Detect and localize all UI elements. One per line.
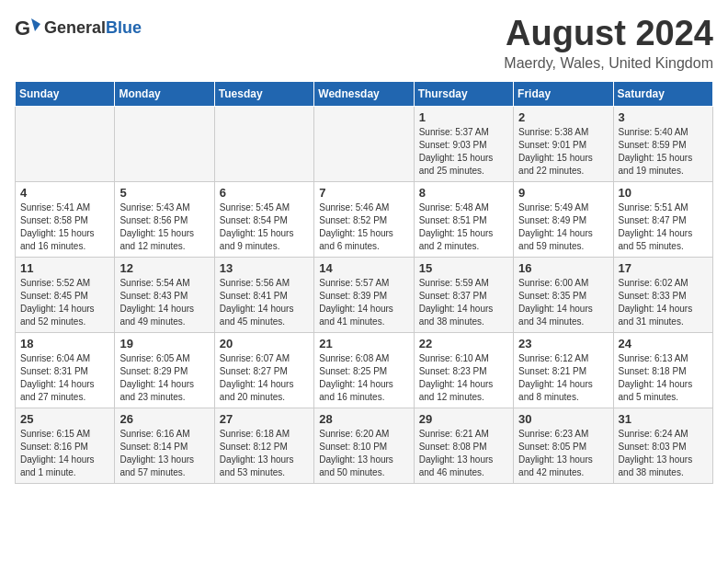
calendar-cell: 16Sunrise: 6:00 AM Sunset: 8:35 PM Dayli…: [514, 257, 613, 332]
day-info: Sunrise: 6:24 AM Sunset: 8:03 PM Dayligh…: [619, 428, 708, 479]
calendar-cell: 13Sunrise: 5:56 AM Sunset: 8:41 PM Dayli…: [214, 257, 313, 332]
day-info: Sunrise: 6:21 AM Sunset: 8:08 PM Dayligh…: [419, 428, 508, 479]
header-wednesday: Wednesday: [314, 81, 414, 106]
day-number: 10: [619, 186, 708, 200]
day-number: 31: [619, 412, 708, 426]
day-number: 22: [419, 337, 508, 350]
calendar-cell: 5Sunrise: 5:43 AM Sunset: 8:56 PM Daylig…: [115, 181, 214, 257]
calendar-cell: 20Sunrise: 6:07 AM Sunset: 8:27 PM Dayli…: [214, 332, 313, 408]
title-block: August 2024 Maerdy, Wales, United Kingdo…: [504, 15, 713, 72]
day-info: Sunrise: 6:20 AM Sunset: 8:10 PM Dayligh…: [319, 428, 408, 479]
day-info: Sunrise: 6:13 AM Sunset: 8:18 PM Dayligh…: [619, 352, 708, 404]
svg-marker-1: [31, 18, 40, 31]
day-info: Sunrise: 5:45 AM Sunset: 8:54 PM Dayligh…: [220, 201, 309, 253]
logo: G GeneralBlue: [15, 15, 142, 40]
day-number: 6: [220, 186, 309, 200]
calendar-cell: 11Sunrise: 5:52 AM Sunset: 8:45 PM Dayli…: [16, 257, 115, 332]
calendar-cell: [16, 106, 115, 181]
day-number: 16: [518, 261, 608, 275]
calendar-cell: 1Sunrise: 5:37 AM Sunset: 9:03 PM Daylig…: [414, 106, 513, 181]
day-info: Sunrise: 6:05 AM Sunset: 8:29 PM Dayligh…: [119, 352, 209, 404]
day-number: 19: [119, 337, 209, 350]
calendar-cell: 23Sunrise: 6:12 AM Sunset: 8:21 PM Dayli…: [514, 332, 613, 408]
day-number: 14: [319, 261, 408, 275]
day-info: Sunrise: 6:15 AM Sunset: 8:16 PM Dayligh…: [20, 428, 109, 479]
day-number: 3: [619, 110, 708, 124]
header-sunday: Sunday: [16, 81, 115, 106]
svg-text:G: G: [15, 17, 30, 40]
day-info: Sunrise: 5:46 AM Sunset: 8:52 PM Dayligh…: [319, 201, 408, 253]
day-number: 23: [518, 337, 608, 350]
calendar-cell: 17Sunrise: 6:02 AM Sunset: 8:33 PM Dayli…: [613, 257, 712, 332]
day-number: 17: [619, 261, 708, 275]
day-number: 11: [20, 261, 109, 275]
calendar-week-2: 4Sunrise: 5:41 AM Sunset: 8:58 PM Daylig…: [16, 181, 713, 257]
header-saturday: Saturday: [613, 81, 712, 106]
day-info: Sunrise: 5:38 AM Sunset: 9:01 PM Dayligh…: [518, 126, 608, 178]
day-number: 25: [20, 412, 109, 426]
day-number: 5: [119, 186, 209, 200]
day-info: Sunrise: 5:59 AM Sunset: 8:37 PM Dayligh…: [419, 277, 508, 328]
day-info: Sunrise: 5:54 AM Sunset: 8:43 PM Dayligh…: [119, 277, 209, 328]
day-number: 21: [319, 337, 408, 350]
day-info: Sunrise: 5:52 AM Sunset: 8:45 PM Dayligh…: [20, 277, 109, 328]
calendar-cell: 7Sunrise: 5:46 AM Sunset: 8:52 PM Daylig…: [314, 181, 414, 257]
logo-icon: G: [15, 15, 40, 40]
day-info: Sunrise: 5:51 AM Sunset: 8:47 PM Dayligh…: [619, 201, 708, 253]
day-info: Sunrise: 6:04 AM Sunset: 8:31 PM Dayligh…: [20, 352, 109, 404]
day-info: Sunrise: 5:56 AM Sunset: 8:41 PM Dayligh…: [220, 277, 309, 328]
calendar-cell: 8Sunrise: 5:48 AM Sunset: 8:51 PM Daylig…: [414, 181, 513, 257]
day-number: 18: [20, 337, 109, 350]
day-number: 30: [518, 412, 608, 426]
calendar-cell: 6Sunrise: 5:45 AM Sunset: 8:54 PM Daylig…: [214, 181, 313, 257]
day-number: 2: [518, 110, 608, 124]
day-number: 1: [419, 110, 508, 124]
day-number: 4: [20, 186, 109, 200]
calendar-week-1: 1Sunrise: 5:37 AM Sunset: 9:03 PM Daylig…: [16, 106, 713, 181]
day-number: 29: [419, 412, 508, 426]
calendar-week-4: 18Sunrise: 6:04 AM Sunset: 8:31 PM Dayli…: [16, 332, 713, 408]
day-number: 13: [220, 261, 309, 275]
day-number: 12: [119, 261, 209, 275]
logo-text-general: General: [44, 18, 106, 37]
day-info: Sunrise: 6:02 AM Sunset: 8:33 PM Dayligh…: [619, 277, 708, 328]
calendar-cell: 29Sunrise: 6:21 AM Sunset: 8:08 PM Dayli…: [414, 408, 513, 483]
calendar-cell: 22Sunrise: 6:10 AM Sunset: 8:23 PM Dayli…: [414, 332, 513, 408]
header-thursday: Thursday: [414, 81, 513, 106]
location-title: Maerdy, Wales, United Kingdom: [504, 55, 713, 72]
day-number: 24: [619, 337, 708, 350]
day-number: 7: [319, 186, 408, 200]
day-info: Sunrise: 6:18 AM Sunset: 8:12 PM Dayligh…: [220, 428, 309, 479]
header-row: Sunday Monday Tuesday Wednesday Thursday…: [16, 81, 713, 106]
day-number: 26: [119, 412, 209, 426]
day-info: Sunrise: 6:00 AM Sunset: 8:35 PM Dayligh…: [518, 277, 608, 328]
calendar-cell: [115, 106, 214, 181]
calendar-week-5: 25Sunrise: 6:15 AM Sunset: 8:16 PM Dayli…: [16, 408, 713, 483]
calendar-cell: 15Sunrise: 5:59 AM Sunset: 8:37 PM Dayli…: [414, 257, 513, 332]
calendar-cell: 26Sunrise: 6:16 AM Sunset: 8:14 PM Dayli…: [115, 408, 214, 483]
calendar-week-3: 11Sunrise: 5:52 AM Sunset: 8:45 PM Dayli…: [16, 257, 713, 332]
calendar-cell: 21Sunrise: 6:08 AM Sunset: 8:25 PM Dayli…: [314, 332, 414, 408]
calendar-cell: [314, 106, 414, 181]
day-info: Sunrise: 5:41 AM Sunset: 8:58 PM Dayligh…: [20, 201, 109, 253]
day-number: 15: [419, 261, 508, 275]
day-info: Sunrise: 5:48 AM Sunset: 8:51 PM Dayligh…: [419, 201, 508, 253]
calendar-cell: 12Sunrise: 5:54 AM Sunset: 8:43 PM Dayli…: [115, 257, 214, 332]
calendar-cell: 31Sunrise: 6:24 AM Sunset: 8:03 PM Dayli…: [613, 408, 712, 483]
day-info: Sunrise: 6:10 AM Sunset: 8:23 PM Dayligh…: [419, 352, 508, 404]
calendar-cell: 4Sunrise: 5:41 AM Sunset: 8:58 PM Daylig…: [16, 181, 115, 257]
calendar-cell: 19Sunrise: 6:05 AM Sunset: 8:29 PM Dayli…: [115, 332, 214, 408]
calendar-header: Sunday Monday Tuesday Wednesday Thursday…: [16, 81, 713, 106]
calendar-cell: 18Sunrise: 6:04 AM Sunset: 8:31 PM Dayli…: [16, 332, 115, 408]
calendar-cell: 10Sunrise: 5:51 AM Sunset: 8:47 PM Dayli…: [613, 181, 712, 257]
day-info: Sunrise: 5:37 AM Sunset: 9:03 PM Dayligh…: [419, 126, 508, 178]
calendar-table: Sunday Monday Tuesday Wednesday Thursday…: [15, 81, 713, 484]
day-info: Sunrise: 6:12 AM Sunset: 8:21 PM Dayligh…: [518, 352, 608, 404]
calendar-cell: 2Sunrise: 5:38 AM Sunset: 9:01 PM Daylig…: [514, 106, 613, 181]
day-info: Sunrise: 5:43 AM Sunset: 8:56 PM Dayligh…: [119, 201, 209, 253]
day-info: Sunrise: 6:23 AM Sunset: 8:05 PM Dayligh…: [518, 428, 608, 479]
day-info: Sunrise: 5:57 AM Sunset: 8:39 PM Dayligh…: [319, 277, 408, 328]
day-number: 9: [518, 186, 608, 200]
calendar-cell: 3Sunrise: 5:40 AM Sunset: 8:59 PM Daylig…: [613, 106, 712, 181]
calendar-cell: 30Sunrise: 6:23 AM Sunset: 8:05 PM Dayli…: [514, 408, 613, 483]
